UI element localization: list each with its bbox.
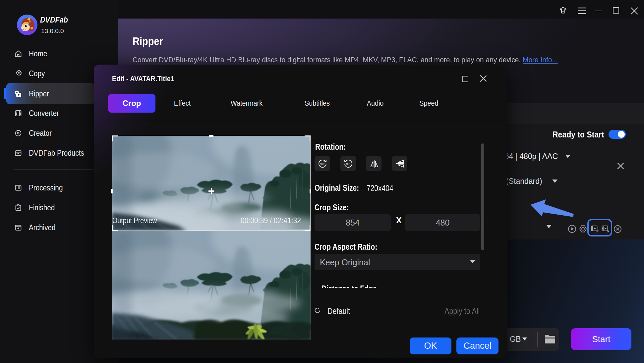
svg-text:90°: 90° (321, 162, 325, 166)
svg-text:90°: 90° (346, 162, 351, 166)
